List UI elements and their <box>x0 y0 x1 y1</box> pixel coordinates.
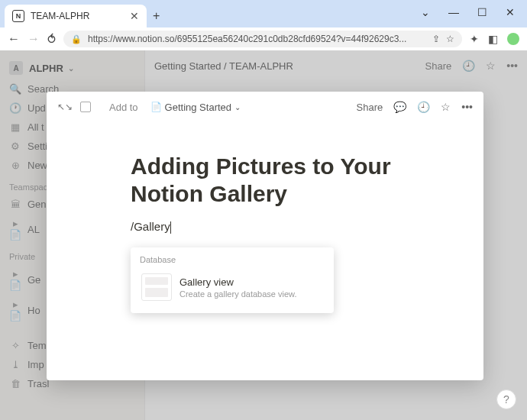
trash-icon: 🗑 <box>9 378 21 389</box>
addto-label: Add to <box>109 102 138 113</box>
url-text: https://www.notion.so/6955125ea56240c291… <box>88 34 406 44</box>
reload-button[interactable]: ⥀ <box>47 32 56 47</box>
search-icon: 🔍 <box>9 83 21 95</box>
menu-option-title: Gallery view <box>179 276 296 288</box>
forward-button[interactable]: → <box>27 32 40 46</box>
close-tab-icon[interactable]: ✕ <box>130 10 139 22</box>
workspace-icon: A <box>9 61 23 75</box>
download-icon: ⤓ <box>9 359 21 370</box>
chevron-down-icon: ⌄ <box>234 103 241 111</box>
maximize-icon[interactable]: ☐ <box>477 6 487 15</box>
browser-tab[interactable]: N TEAM-ALPHR ✕ <box>5 5 147 27</box>
slash-menu: Database Gallery view Create a gallery d… <box>131 247 334 313</box>
minimize-icon[interactable]: — <box>448 6 459 15</box>
share-url-icon[interactable]: ⇪ <box>432 34 440 44</box>
more-icon[interactable]: ••• <box>461 101 473 113</box>
grid-icon: ▦ <box>9 121 21 133</box>
address-bar: ← → ⥀ 🔒 https://www.notion.so/6955125ea5… <box>0 27 527 50</box>
clock-icon[interactable]: 🕘 <box>462 60 475 72</box>
menu-option-desc: Create a gallery database view. <box>179 289 296 299</box>
gallery-thumb-icon <box>141 273 172 301</box>
star-url-icon[interactable]: ☆ <box>446 34 454 44</box>
page-icon: 📄 <box>150 102 162 112</box>
page-title[interactable]: Adding Pictures to Your Notion Gallery <box>131 153 399 208</box>
slash-command-input[interactable]: /Gallery <box>131 220 399 234</box>
plus-circle-icon: ⊕ <box>9 160 21 171</box>
breadcrumb[interactable]: Getting Started / TEAM-ALPHR <box>154 60 425 72</box>
page-topbar: Getting Started / TEAM-ALPHR Share 🕘 ☆ •… <box>145 50 527 81</box>
teamspace-icon: 🏛 <box>9 199 21 210</box>
workspace-switcher[interactable]: A ALPHR ⌄ <box>0 57 144 79</box>
workspace-name: ALPHR <box>29 63 63 74</box>
new-tab-button[interactable]: + <box>153 9 160 23</box>
peek-mode-icon[interactable] <box>80 102 91 112</box>
extension-dark-icon[interactable]: ◧ <box>488 33 498 45</box>
url-input[interactable]: 🔒 https://www.notion.so/6955125ea56240c2… <box>63 31 462 47</box>
page-icon: ▸ 📄 <box>9 218 21 241</box>
page-icon: ▸ 📄 <box>9 299 21 321</box>
star-icon[interactable]: ☆ <box>486 60 496 72</box>
menu-section-label: Database <box>131 252 334 267</box>
help-button[interactable]: ? <box>496 389 516 409</box>
back-button[interactable]: ← <box>8 32 20 46</box>
modal-topbar: ↖↘ Add to 📄 Getting Started ⌄ Share 💬 🕘 … <box>47 92 483 122</box>
gear-icon: ⚙ <box>9 141 21 152</box>
window-controls: ⌄ — ☐ ✕ <box>409 0 527 21</box>
destination-page[interactable]: 📄 Getting Started ⌄ <box>150 102 241 113</box>
clock-icon: 🕐 <box>9 102 21 114</box>
share-button[interactable]: Share <box>357 102 383 113</box>
share-button[interactable]: Share <box>425 60 452 72</box>
extensions-icon[interactable]: ✦ <box>470 33 479 45</box>
page-icon: ▸ 📄 <box>9 268 21 291</box>
chevron-icon: ⌄ <box>68 64 74 73</box>
expand-icon[interactable]: ↖↘ <box>57 102 73 112</box>
close-window-icon[interactable]: ✕ <box>506 6 515 15</box>
menu-option-gallery-view[interactable]: Gallery view Create a gallery database v… <box>134 267 331 307</box>
star-icon[interactable]: ☆ <box>441 101 451 113</box>
chevron-down-icon[interactable]: ⌄ <box>421 6 430 15</box>
comment-icon[interactable]: 💬 <box>393 101 406 113</box>
lock-icon: 🔒 <box>71 34 82 44</box>
profile-avatar[interactable] <box>507 33 519 45</box>
clock-icon[interactable]: 🕘 <box>417 101 430 113</box>
more-icon[interactable]: ••• <box>506 60 518 72</box>
page-modal: ↖↘ Add to 📄 Getting Started ⌄ Share 💬 🕘 … <box>47 92 483 380</box>
sparkle-icon: ✧ <box>9 340 21 351</box>
tab-title: TEAM-ALPHR <box>31 11 89 21</box>
notion-favicon: N <box>12 10 24 22</box>
